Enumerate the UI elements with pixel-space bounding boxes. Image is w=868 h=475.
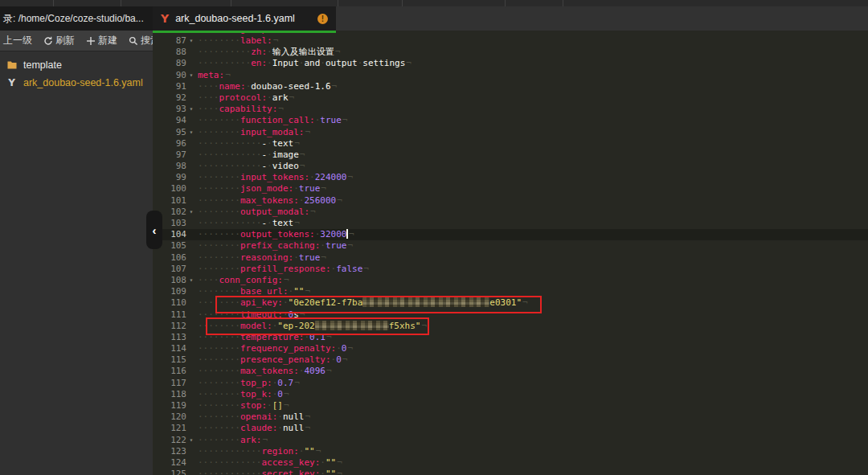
whitespace-dots: · — [267, 58, 272, 68]
code-line-96: 96············-·text¬ — [153, 138, 868, 149]
whitespace-dots: · — [320, 457, 326, 468]
code-text: ············-·text¬ — [198, 218, 300, 229]
whitespace-dots: ···· — [198, 104, 219, 114]
token-key: input_modal: — [240, 127, 304, 137]
gutter: 91 — [153, 81, 196, 92]
whitespace-dots: · — [320, 240, 326, 251]
token-key: capability: — [219, 104, 278, 114]
fold-arrow-icon[interactable]: ▾ — [186, 70, 196, 81]
toolbar-up-button[interactable]: 上一级 — [3, 34, 32, 47]
gutter: 108▾ — [153, 275, 196, 286]
fold-arrow-icon[interactable]: ▾ — [186, 35, 196, 47]
line-number: 93 — [153, 104, 186, 115]
fold-column — [186, 446, 196, 457]
code-text: ········presence_penalty:·0¬ — [198, 354, 347, 366]
whitespace-dots: · — [267, 149, 272, 160]
fold-column — [186, 469, 196, 475]
token-key: name: — [219, 81, 246, 92]
line-number: 100 — [153, 183, 186, 195]
line-number: 92 — [153, 92, 186, 104]
line-number: 97 — [153, 149, 186, 161]
code-text: ····protocol:·ark¬ — [198, 92, 294, 104]
eol-marker: ¬ — [261, 435, 268, 445]
gutter: 106 — [153, 252, 196, 264]
fold-column — [186, 389, 196, 400]
whitespace-dots: · — [293, 183, 299, 194]
token-str: "" — [326, 469, 336, 475]
tab-ark-doubao-seed-yaml[interactable]: Y ark_doubao-seed-1.6.yaml ! — [153, 6, 336, 31]
fold-arrow-icon[interactable]: ▾ — [186, 275, 196, 286]
whitespace-dots: ········ — [198, 240, 240, 251]
code-line-97: 97············-·image¬ — [153, 149, 868, 161]
whitespace-dots: ············ — [198, 469, 261, 475]
token-num: 0 — [277, 389, 283, 399]
line-number: 117 — [153, 378, 186, 389]
token-key: zh: — [251, 47, 267, 57]
yaml-code-editor[interactable]: 86········group:·输出¬87▾········label:¬88… — [153, 31, 868, 475]
line-number: 124 — [153, 457, 186, 469]
gutter: 113 — [153, 332, 196, 343]
token-key: prefix_caching: — [240, 240, 320, 251]
token-plain: text — [272, 218, 294, 228]
yaml-file-icon: Y — [161, 12, 169, 25]
eol-marker: ¬ — [331, 81, 338, 92]
fold-column — [186, 343, 196, 354]
code-line-106: 106········reasoning:·true¬ — [153, 252, 868, 264]
refresh-icon — [43, 36, 53, 46]
file-item-template[interactable]: template — [0, 56, 153, 74]
file-item-label: ark_doubao-seed-1.6.yaml — [23, 77, 143, 88]
search-icon — [129, 36, 138, 46]
whitespace-dots: · — [336, 343, 342, 354]
token-num: 4096 — [304, 366, 326, 376]
code-line-105: 105········prefix_caching:·true¬ — [153, 240, 868, 252]
eol-marker: ¬ — [348, 229, 354, 240]
eol-marker: ¬ — [289, 92, 295, 103]
whitespace-dots: · — [267, 47, 272, 57]
toolbar-new-button[interactable]: 新建 — [86, 34, 117, 47]
tabstrip-separator — [505, 0, 506, 6]
fold-column — [186, 309, 196, 321]
toolbar-refresh-button[interactable]: 刷新 — [43, 34, 75, 47]
token-plain: Input — [272, 58, 299, 68]
code-text: ············secret_key:·""¬ — [198, 469, 342, 475]
code-line-120: 120········openai:·null¬ — [153, 412, 868, 423]
eol-marker: ¬ — [283, 275, 289, 285]
eol-marker: ¬ — [320, 183, 326, 194]
file-item-label: template — [23, 59, 62, 71]
token-key: en: — [251, 58, 267, 68]
eol-marker: ¬ — [346, 240, 353, 251]
fold-column — [186, 58, 196, 69]
code-text: ········openai:·null¬ — [198, 412, 310, 423]
token-key: json_mode: — [240, 183, 293, 194]
file-item-ark-doubao-seed-1.6.yaml[interactable]: Yark_doubao-seed-1.6.yaml — [0, 74, 153, 92]
token-key: secret_key: — [261, 469, 320, 475]
whitespace-dots: ············ — [198, 218, 261, 228]
gutter: 96 — [153, 138, 196, 149]
fold-arrow-icon[interactable]: ▾ — [186, 435, 196, 446]
sidebar-collapse-button[interactable]: ‹ — [146, 211, 162, 249]
fold-arrow-icon[interactable]: ▾ — [186, 127, 196, 138]
gutter: 114 — [153, 343, 196, 354]
whitespace-dots: ········ — [198, 389, 240, 399]
gutter: 97 — [153, 149, 196, 161]
line-number: 118 — [153, 389, 186, 400]
code-text: ····conn_config:¬ — [198, 275, 289, 286]
fold-column — [186, 92, 196, 104]
gutter: 98 — [153, 161, 196, 172]
fold-arrow-icon[interactable]: ▾ — [186, 207, 196, 218]
whitespace-dots: · — [320, 58, 326, 68]
token-key: frequency_penalty: — [240, 343, 336, 354]
fold-column — [186, 321, 196, 332]
eol-marker: ¬ — [283, 400, 289, 411]
tabstrip-separator — [402, 0, 403, 6]
tabstrip-separator — [231, 0, 231, 6]
eol-marker: ¬ — [293, 218, 300, 228]
code-line-117: 117········top_p:·0.7¬ — [153, 378, 868, 389]
eol-marker: ¬ — [224, 70, 231, 80]
line-number: 122 — [153, 435, 186, 446]
eol-marker: ¬ — [304, 412, 310, 422]
code-line-125: 125············secret_key:·""¬ — [153, 469, 868, 475]
token-plain: 输入及输出设置 — [272, 47, 334, 57]
fold-arrow-icon[interactable]: ▾ — [186, 104, 196, 115]
gutter: 109 — [153, 286, 196, 297]
